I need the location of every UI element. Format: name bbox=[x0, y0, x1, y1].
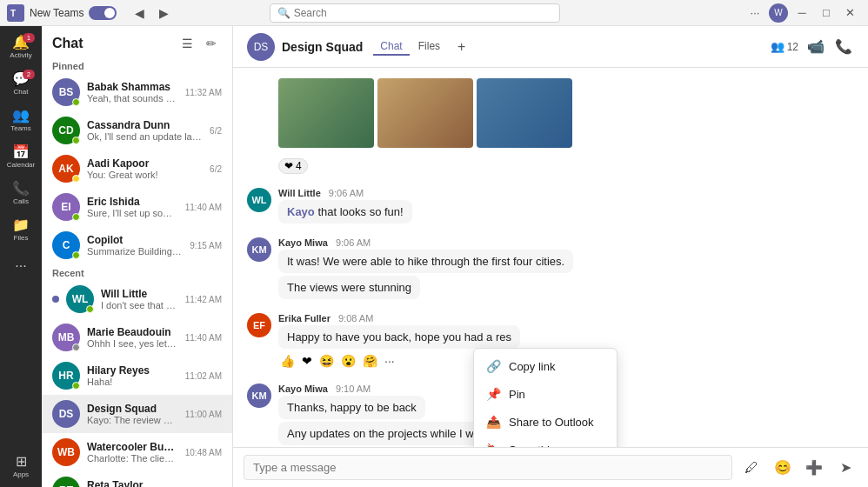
emoji-wow[interactable]: 😮 bbox=[339, 352, 357, 370]
shared-image[interactable] bbox=[377, 78, 473, 148]
message-content: Kayo Miwa 9:06 AM It was! We were able t… bbox=[278, 237, 643, 299]
list-item[interactable]: WB Watercooler Buddies Charlotte: The cl… bbox=[42, 433, 232, 471]
new-chat-button[interactable]: ✏ bbox=[201, 33, 222, 54]
contact-name: Eric Ishida bbox=[87, 196, 178, 208]
members-count[interactable]: 👥 12 bbox=[771, 40, 798, 53]
chat-main: DS Design Squad Chat Files + 👥 12 📹 📞 bbox=[233, 26, 868, 487]
list-item[interactable]: C Copilot Summarize Building supplier.do… bbox=[42, 226, 232, 264]
list-item[interactable]: CD Cassandra Dunn Ok, I'll send an updat… bbox=[42, 111, 232, 150]
chat-item-content: Aadi Kapoor You: Great work! bbox=[87, 157, 203, 180]
apps-icon: ⊞ bbox=[16, 455, 27, 469]
sidebar-item-calls[interactable]: 📞 Calls bbox=[3, 176, 38, 210]
sidebar-item-files[interactable]: 📁 Files bbox=[3, 212, 38, 247]
message-preview: Haha! bbox=[87, 377, 178, 387]
message-time: 6/2 bbox=[210, 164, 222, 174]
share-outlook-item[interactable]: 📤 Share to Outlook bbox=[474, 408, 617, 436]
avatar: BS bbox=[52, 78, 80, 106]
contact-name: Reta Taylor bbox=[87, 479, 178, 487]
teams-label: Teams bbox=[10, 124, 31, 132]
sender-name: Kayo Miwa bbox=[278, 384, 328, 394]
emoji-laugh[interactable]: 😆 bbox=[317, 352, 336, 370]
group-name: Design Squad bbox=[282, 40, 363, 54]
audio-call-button[interactable]: 📞 bbox=[833, 37, 854, 57]
chat-item-content: Will Little I don't see that being an is… bbox=[101, 288, 178, 310]
reaction-count: 4 bbox=[296, 160, 302, 172]
emoji-button[interactable]: 😊 bbox=[771, 456, 795, 480]
sender-name: Will Little bbox=[278, 188, 321, 198]
filter-button[interactable]: ☰ bbox=[177, 33, 197, 54]
list-item[interactable]: AK Aadi Kapoor You: Great work! 6/2 bbox=[42, 150, 232, 188]
tab-files[interactable]: Files bbox=[411, 38, 447, 56]
calls-icon: 📞 bbox=[12, 182, 30, 196]
list-item[interactable]: BS Babak Shammas Yeah, that sounds great… bbox=[42, 73, 232, 111]
pin-item[interactable]: 📌 Pin bbox=[474, 380, 617, 408]
list-item[interactable]: WL Will Little I don't see that being an… bbox=[42, 280, 232, 318]
sidebar-item-more[interactable]: ··· bbox=[3, 249, 38, 284]
forward-button[interactable]: ▶ bbox=[153, 3, 174, 23]
list-item[interactable]: EI Eric Ishida Sure, I'll set up somethi… bbox=[42, 188, 232, 226]
avatar: EF bbox=[247, 313, 271, 337]
message-time: 11:40 AM bbox=[185, 203, 222, 212]
message-time: 11:02 AM bbox=[185, 371, 222, 381]
send-button[interactable]: ➤ bbox=[833, 456, 858, 480]
avatar: WL bbox=[66, 285, 94, 313]
copy-link-label: Copy link bbox=[509, 360, 555, 373]
more-options-button[interactable]: ··· bbox=[744, 3, 765, 23]
emoji-thumbs-up[interactable]: 👍 bbox=[278, 352, 297, 370]
more-reactions-button[interactable]: ··· bbox=[383, 352, 397, 370]
user-avatar[interactable]: W bbox=[769, 3, 788, 23]
video-call-button[interactable]: 📹 bbox=[805, 37, 826, 57]
chat-item-content: Eric Ishida Sure, I'll set up something … bbox=[87, 196, 178, 218]
message-preview: Kayo: The review went really well! Can't… bbox=[87, 415, 178, 425]
save-message-item[interactable]: 🔖 Save this message bbox=[474, 436, 617, 447]
avatar: WL bbox=[247, 188, 271, 212]
list-item[interactable]: RT Reta Taylor Ah, ok I understand now. … bbox=[42, 471, 232, 487]
sidebar-item-chat[interactable]: 💬 2 Chat bbox=[3, 66, 38, 101]
shared-image[interactable] bbox=[477, 78, 572, 148]
search-bar[interactable]: 🔍 bbox=[270, 3, 560, 23]
activity-label: Activity bbox=[10, 51, 31, 59]
message-time: 9:06 AM bbox=[336, 237, 371, 248]
message-input[interactable] bbox=[244, 455, 732, 480]
group-avatar: DS bbox=[247, 33, 275, 61]
tab-chat[interactable]: Chat bbox=[373, 38, 409, 56]
maximize-button[interactable]: □ bbox=[816, 3, 837, 23]
back-button[interactable]: ◀ bbox=[129, 3, 150, 23]
message-preview: Summarize Building supplier.doc and Sus.… bbox=[87, 246, 183, 257]
add-tab-button[interactable]: + bbox=[457, 39, 465, 55]
message-time: 11:42 AM bbox=[185, 295, 222, 304]
chat-item-content: Copilot Summarize Building supplier.doc … bbox=[87, 234, 183, 257]
contact-name: Design Squad bbox=[87, 403, 178, 415]
chat-label: Chat bbox=[14, 88, 29, 96]
list-item[interactable]: MB Marie Beaudouin Ohhh I see, yes let m… bbox=[42, 318, 232, 357]
emoji-heart[interactable]: ❤ bbox=[300, 352, 314, 370]
avatar: C bbox=[52, 231, 80, 259]
teams-toggle[interactable] bbox=[89, 6, 117, 20]
topbar-actions: ··· W ─ □ ✕ bbox=[744, 3, 861, 23]
list-item[interactable]: HR Hilary Reyes Haha! 11:02 AM bbox=[42, 357, 232, 395]
files-icon: 📁 bbox=[12, 218, 30, 232]
avatar: EI bbox=[52, 193, 80, 221]
sidebar-item-apps[interactable]: ⊞ Apps bbox=[3, 449, 38, 484]
status-indicator bbox=[72, 251, 80, 259]
emoji-hug[interactable]: 🤗 bbox=[361, 352, 379, 370]
sidebar-item-calendar[interactable]: 📅 Calendar bbox=[3, 139, 38, 174]
chat-panel-icons: ☰ ✏ bbox=[177, 33, 222, 54]
attach-button[interactable]: ➕ bbox=[802, 456, 826, 480]
reaction-pill[interactable]: ❤ 4 bbox=[278, 158, 308, 174]
copy-link-item[interactable]: 🔗 Copy link bbox=[474, 352, 617, 380]
sidebar-item-teams[interactable]: 👥 Teams bbox=[3, 103, 38, 137]
sticker-button[interactable]: 🖊 bbox=[739, 456, 764, 480]
sidebar-item-activity[interactable]: 🔔 1 Activity bbox=[3, 30, 38, 64]
save-message-icon: 🔖 bbox=[486, 443, 500, 447]
message-row: KM Kayo Miwa 9:06 AM It was! We were abl… bbox=[247, 237, 854, 299]
message-time: 9:10 AM bbox=[336, 384, 371, 394]
close-button[interactable]: ✕ bbox=[840, 3, 861, 23]
minimize-button[interactable]: ─ bbox=[791, 3, 812, 23]
contact-name: Aadi Kapoor bbox=[87, 157, 203, 170]
list-item[interactable]: DS Design Squad Kayo: The review went re… bbox=[42, 395, 232, 433]
shared-image[interactable] bbox=[278, 78, 374, 148]
search-input[interactable] bbox=[294, 7, 552, 19]
activity-badge: 1 bbox=[23, 33, 35, 43]
apps-label: Apps bbox=[13, 470, 29, 478]
